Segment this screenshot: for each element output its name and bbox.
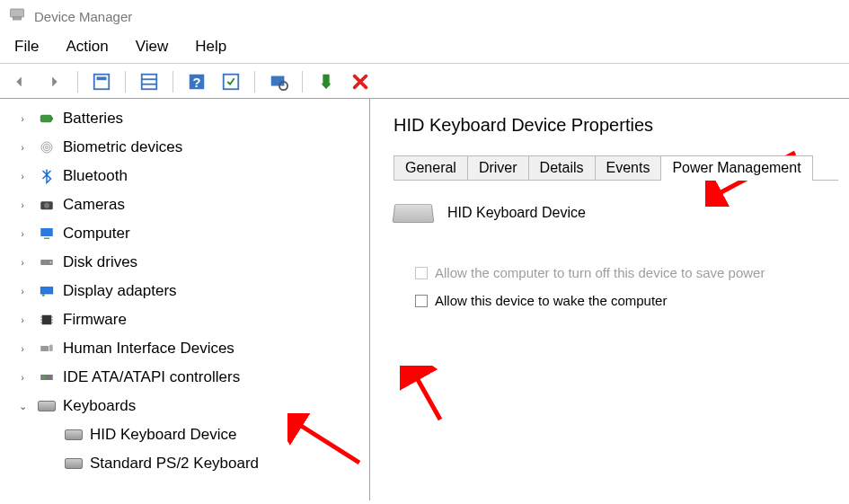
back-button[interactable] — [7, 69, 32, 94]
tree-item-hid-keyboard[interactable]: HID Keyboard Device — [0, 420, 369, 449]
properties-tabs: General Driver Details Events Power Mana… — [394, 155, 838, 181]
disk-icon — [38, 253, 56, 271]
tree-label: IDE ATA/ATAPI controllers — [63, 366, 240, 389]
tree-item-hid[interactable]: › Human Interface Devices — [0, 334, 369, 363]
device-name: HID Keyboard Device — [447, 205, 586, 221]
tree-label: HID Keyboard Device — [90, 423, 236, 447]
app-icon — [9, 6, 25, 26]
display-icon — [38, 282, 56, 300]
svg-rect-2 — [94, 75, 110, 90]
chevron-right-icon[interactable]: › — [14, 366, 31, 389]
tree-label: Cameras — [63, 193, 125, 217]
tree-item-batteries[interactable]: › Batteries — [0, 104, 369, 133]
properties-panel: HID Keyboard Device Properties General D… — [370, 99, 849, 500]
tree-label: Bluetooth — [63, 164, 128, 188]
tree-item-cameras[interactable]: › Cameras — [0, 190, 369, 219]
chevron-right-icon[interactable]: › — [14, 193, 31, 217]
content: › Batteries › Biometric devices › Blueto… — [0, 99, 849, 500]
camera-icon — [38, 196, 56, 214]
tab-events[interactable]: Events — [595, 155, 662, 180]
properties-title: HID Keyboard Device Properties — [394, 115, 838, 136]
menu-help[interactable]: Help — [190, 36, 232, 57]
delete-icon[interactable] — [348, 69, 373, 94]
chevron-right-icon[interactable]: › — [14, 308, 31, 332]
menu-view[interactable]: View — [130, 36, 174, 57]
checkbox-label: Allow this device to wake the computer — [435, 293, 667, 308]
svg-point-23 — [49, 261, 51, 263]
svg-point-17 — [46, 146, 49, 149]
tree-item-firmware[interactable]: › Firmware — [0, 305, 369, 334]
forward-button[interactable] — [41, 69, 66, 94]
svg-text:?: ? — [193, 75, 201, 90]
tab-content: HID Keyboard Device Allow the computer t… — [394, 181, 838, 308]
checkbox-label: Allow the computer to turn off this devi… — [435, 265, 765, 280]
svg-rect-21 — [44, 238, 49, 240]
svg-rect-1 — [13, 17, 22, 20]
svg-rect-36 — [42, 376, 45, 379]
menu-action[interactable]: Action — [60, 36, 113, 57]
svg-rect-33 — [40, 346, 49, 351]
bluetooth-icon — [38, 167, 56, 185]
enable-icon[interactable] — [314, 69, 339, 94]
biometric-icon — [38, 138, 56, 156]
tree-label: Standard PS/2 Keyboard — [90, 452, 259, 475]
keyboard-icon — [65, 455, 83, 473]
svg-point-16 — [43, 144, 50, 151]
menu-file[interactable]: File — [9, 36, 44, 57]
tree-label: Firmware — [63, 308, 127, 332]
keyboard-icon — [65, 426, 83, 444]
tree-item-disk-drives[interactable]: › Disk drives — [0, 248, 369, 277]
tab-general[interactable]: General — [394, 155, 468, 180]
tree-label: Keyboards — [63, 394, 136, 418]
table-icon[interactable] — [137, 69, 162, 94]
chevron-right-icon[interactable]: › — [14, 164, 31, 188]
tree-item-computer[interactable]: › Computer — [0, 219, 369, 248]
chevron-right-icon[interactable]: › — [14, 251, 31, 274]
tree-label: Human Interface Devices — [63, 337, 234, 360]
tree-label: Display adapters — [63, 279, 177, 303]
titlebar: Device Manager — [0, 0, 849, 32]
battery-icon — [38, 110, 56, 128]
chevron-right-icon[interactable]: › — [14, 107, 31, 130]
tree-item-ide[interactable]: › IDE ATA/ATAPI controllers — [0, 363, 369, 392]
scan-icon[interactable] — [266, 69, 291, 94]
ide-icon — [38, 368, 56, 386]
chevron-right-icon[interactable]: › — [14, 337, 31, 360]
tab-driver[interactable]: Driver — [467, 155, 529, 180]
svg-rect-14 — [51, 118, 53, 120]
tree-item-keyboards[interactable]: ⌄ Keyboards — [0, 392, 369, 420]
tree-item-ps2-keyboard[interactable]: Standard PS/2 Keyboard — [0, 449, 369, 478]
keyboard-icon — [38, 397, 56, 415]
svg-rect-3 — [97, 77, 107, 81]
tree-item-biometric[interactable]: › Biometric devices — [0, 133, 369, 162]
help-icon[interactable]: ? — [184, 69, 209, 94]
device-header: HID Keyboard Device — [394, 202, 838, 224]
tree-item-bluetooth[interactable]: › Bluetooth — [0, 162, 369, 190]
tree-label: Computer — [63, 222, 130, 245]
tab-details[interactable]: Details — [528, 155, 596, 180]
tree-label: Batteries — [63, 107, 123, 130]
chevron-right-icon[interactable]: › — [14, 279, 31, 303]
firmware-icon — [38, 311, 56, 329]
properties-icon[interactable] — [89, 69, 114, 94]
chevron-right-icon[interactable]: › — [14, 136, 31, 159]
window-title: Device Manager — [34, 9, 132, 24]
svg-rect-0 — [11, 9, 24, 17]
svg-rect-24 — [40, 287, 53, 295]
checkbox-icon — [415, 267, 428, 279]
device-tree: › Batteries › Biometric devices › Blueto… — [0, 99, 370, 500]
svg-rect-26 — [42, 315, 52, 325]
tree-item-display[interactable]: › Display adapters — [0, 277, 369, 305]
tree-label: Biometric devices — [63, 136, 182, 159]
hid-icon — [38, 340, 56, 358]
keyboard-icon — [393, 204, 435, 223]
action-icon[interactable] — [218, 69, 243, 94]
chevron-right-icon[interactable]: › — [14, 222, 31, 245]
checkbox-wake[interactable]: Allow this device to wake the computer — [415, 293, 838, 308]
svg-rect-34 — [49, 345, 53, 352]
toolbar: ? — [0, 64, 849, 99]
tab-power-management[interactable]: Power Management — [660, 155, 812, 180]
checkbox-icon[interactable] — [415, 295, 428, 307]
chevron-down-icon[interactable]: ⌄ — [14, 394, 31, 418]
svg-rect-4 — [142, 75, 157, 90]
